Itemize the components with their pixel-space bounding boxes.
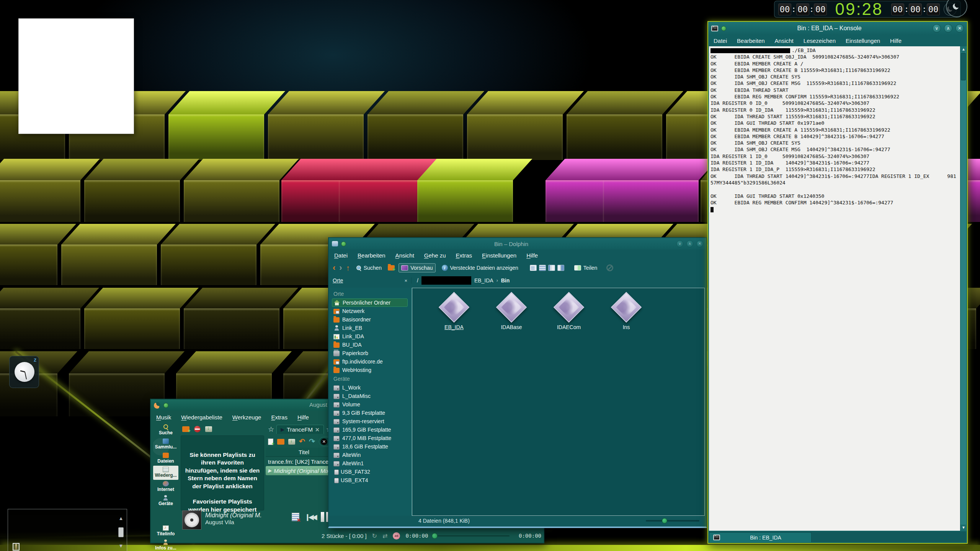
tab-close-icon[interactable]: ✕ (315, 427, 320, 433)
menu-item-extras[interactable]: Extras (271, 414, 287, 421)
place-item-477-0-mib-festplatte[interactable]: 477,0 MiB Festplatte (332, 434, 412, 442)
sidebar-tab-collection[interactable]: Sammlu... (153, 437, 178, 452)
search-button[interactable]: Suchen (354, 264, 384, 272)
album-art[interactable] (182, 510, 201, 530)
favorite-star-icon[interactable]: ☆ (268, 425, 274, 434)
playlist-tab[interactable]: ▶ TranceFM ✕ (276, 425, 324, 434)
breadcrumb-root[interactable]: / (417, 277, 418, 284)
place-item-usb-ext4[interactable]: USB_EXT4 (332, 476, 412, 484)
place-item-l-datamisc[interactable]: L_DataMisc (332, 392, 412, 400)
close-button[interactable]: ✕ (696, 240, 703, 247)
clear-playlist-icon[interactable] (292, 513, 299, 521)
desktop-widget-frame[interactable]: ▲ ▼ (8, 509, 127, 551)
new-folder-icon[interactable] (388, 265, 395, 271)
sidebar-tab-artist[interactable]: Infos zu... (153, 538, 178, 551)
sidebar-tab-globe[interactable]: Internet (153, 480, 178, 494)
menu-item-werkzeuge[interactable]: Werkzeuge (232, 414, 261, 421)
maximize-button[interactable]: ∧ (944, 24, 952, 33)
menu-item-extras[interactable]: Extras (456, 252, 472, 259)
widget-pillar-icon[interactable] (13, 543, 20, 551)
file-item-idaecom[interactable]: IDAECom (541, 292, 597, 339)
redo-icon[interactable]: ↷ (309, 439, 315, 445)
scroll-down-icon[interactable]: ▼ (960, 525, 967, 531)
hidden-files-button[interactable]: i Versteckte Dateien anzeigen (439, 264, 521, 272)
menu-item-ansicht[interactable]: Ansicht (395, 252, 414, 259)
file-item-eb_ida[interactable]: EB_IDA (426, 292, 482, 339)
menu-item-datei[interactable]: Datei (334, 252, 348, 259)
place-item-usb-fat32[interactable]: USB_FAT32 (332, 468, 412, 476)
previous-button[interactable]: ❙◀◀ (305, 513, 315, 521)
scroll-down-icon[interactable]: ▼ (119, 544, 124, 548)
sidebar-tab-folder[interactable]: Dateien (153, 452, 178, 466)
place-item-165-9-gib-festplatte[interactable]: 165,9 GiB Festplatte (332, 425, 412, 434)
place-item-l-work[interactable]: L_Work (332, 383, 412, 392)
place-item-altewin1[interactable]: AlteWin1 (332, 459, 412, 468)
place-item-webhosting[interactable]: WebHosting (332, 366, 412, 374)
file-item-idabase[interactable]: IDABase (483, 292, 539, 339)
menu-item-einstellungen[interactable]: Einstellungen (482, 252, 516, 259)
import-playlist-icon[interactable] (205, 426, 212, 432)
repeat-icon[interactable]: ↻ (372, 532, 377, 540)
details-view-button[interactable] (539, 265, 546, 271)
place-item-system-reserviert[interactable]: System-reserviert (332, 417, 412, 425)
preview-view-button[interactable] (557, 265, 564, 271)
menu-item-lesezeichen[interactable]: Lesezeichen (804, 37, 836, 44)
back-button[interactable]: ‹ (333, 264, 335, 272)
maximize-button[interactable]: ∧ (686, 240, 693, 247)
place-item-18-6-gib-festplatte[interactable]: 18,6 GiB Festplatte (332, 442, 412, 451)
place-item-link-eb[interactable]: Link_EB (332, 324, 412, 332)
close-button[interactable]: ✕ (956, 24, 964, 33)
scroll-up-icon[interactable]: ▲ (119, 516, 124, 521)
menu-item-einstellungen[interactable]: Einstellungen (846, 37, 880, 44)
terminal-scrollbar[interactable]: ▲ ▼ (960, 46, 966, 531)
import-icon[interactable] (288, 439, 295, 445)
sidebar-tab-search[interactable]: Suche (153, 423, 178, 437)
up-button[interactable]: ↑ (346, 264, 350, 272)
file-item-ins[interactable]: Ins (598, 292, 654, 339)
menu-item-hilfe[interactable]: Hilfe (890, 37, 902, 44)
place-item-netzwerk[interactable]: Netzwerk (332, 307, 412, 315)
panel-close-icon[interactable]: × (404, 278, 407, 284)
preview-button[interactable]: Vorschau (399, 263, 435, 272)
place-item-volume[interactable]: Volume (332, 400, 412, 409)
zoom-knob[interactable] (662, 518, 667, 523)
seek-slider[interactable] (432, 535, 510, 536)
on-all-desktops-icon[interactable] (341, 241, 346, 246)
place-item-bu-ida[interactable]: BU_IDA (332, 341, 412, 349)
clear-filter-icon[interactable]: ✕ (321, 439, 327, 445)
analog-clock-widget[interactable]: Z (9, 356, 39, 388)
minimize-button[interactable]: ∨ (676, 240, 683, 247)
menu-item-musik[interactable]: Musik (156, 414, 171, 421)
scroll-thumb[interactable] (118, 527, 124, 537)
seek-knob[interactable] (432, 533, 438, 539)
place-item-link-ida[interactable]: Link_IDA (332, 332, 412, 341)
split-button[interactable]: Teilen (572, 264, 600, 272)
columns-view-button[interactable] (548, 265, 555, 271)
menu-item-hilfe[interactable]: Hilfe (297, 414, 309, 421)
menu-item-bearbeiten[interactable]: Bearbeiten (358, 252, 385, 259)
konsole-titlebar[interactable]: Bin : EB_IDA – Konsole ∨ ∧ ✕ (708, 22, 967, 35)
open-playlist-icon[interactable] (277, 439, 284, 445)
sidebar-tab-titleinfo[interactable]: Titelinfo (153, 524, 178, 538)
menu-item-hilfe[interactable]: Hilfe (526, 252, 538, 259)
terminal-area[interactable]: ./EB_IDAOK EBIDA CREATE SHM_OBJ_IDA 5099… (709, 46, 966, 531)
on-all-desktops-icon[interactable] (721, 26, 726, 31)
minimize-button[interactable]: ∨ (933, 24, 941, 33)
shuffle-icon[interactable]: ⇄ (382, 532, 387, 540)
place-item-pers-nlicher-ordner[interactable]: Persönlicher Ordner (332, 298, 408, 307)
blank-window[interactable] (19, 19, 134, 134)
menu-item-wiedergabeliste[interactable]: Wiedergabeliste (181, 414, 222, 421)
undo-icon[interactable]: ↶ (299, 439, 305, 445)
sidebar-tab-playlist[interactable]: Wiederg... (153, 466, 178, 480)
icons-view-button[interactable] (530, 265, 537, 271)
terminal-output[interactable]: ./EB_IDAOK EBIDA CREATE SHM_OBJ_IDA 5099… (709, 46, 960, 531)
zoom-slider[interactable] (646, 520, 699, 522)
on-all-desktops-icon[interactable] (163, 403, 168, 408)
place-item-basisordner[interactable]: Basisordner (332, 315, 412, 324)
widget-scrollbar[interactable]: ▲ ▼ (117, 516, 125, 548)
session-tab[interactable]: Bin : EB_IDA (709, 532, 812, 542)
scroll-up-icon[interactable]: ▲ (960, 46, 967, 52)
menu-item-datei[interactable]: Datei (714, 37, 727, 44)
sidebar-tab-device[interactable]: Geräte (153, 494, 178, 508)
scroll-thumb[interactable] (961, 53, 966, 80)
